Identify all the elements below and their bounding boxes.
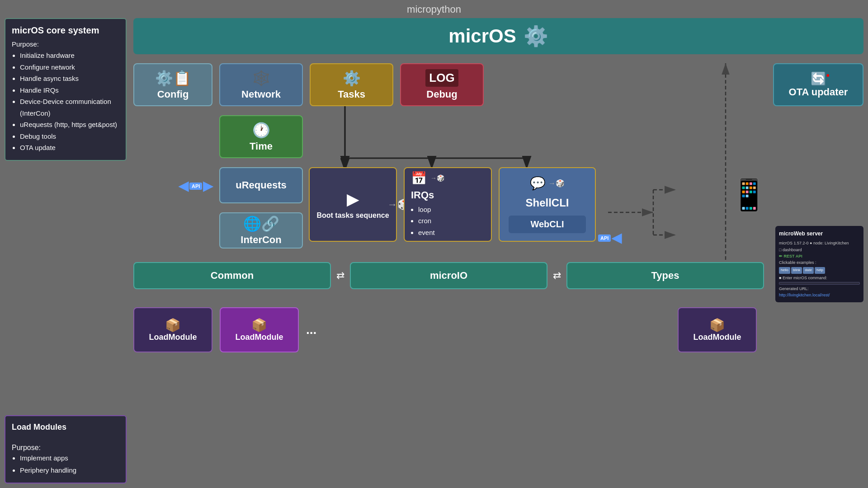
irqs-title: IRQs bbox=[411, 189, 434, 201]
core-system-panel: micrOS core system Purpose: Initialize h… bbox=[5, 18, 127, 161]
boot-tasks-module[interactable]: ▶ Boot tasks sequence →🎲 bbox=[309, 167, 397, 242]
microweb-command: ■ Enter micrOS command: bbox=[779, 275, 860, 281]
shellcli-label: ShellCLI bbox=[525, 197, 569, 209]
micropython-label: micropython bbox=[407, 4, 461, 15]
shellcli-row: 💬 →🎲 bbox=[504, 176, 590, 191]
phone-icon: 📱 bbox=[729, 176, 769, 213]
common-label: Common bbox=[211, 270, 254, 282]
tasks-label: Tasks bbox=[338, 89, 365, 100]
debug-module[interactable]: LOG Debug bbox=[400, 63, 484, 106]
common-module[interactable]: Common bbox=[133, 262, 331, 289]
debug-label: Debug bbox=[426, 89, 457, 100]
microweb-input[interactable] bbox=[779, 282, 860, 285]
types-label: Types bbox=[651, 270, 679, 282]
loadmodule-2[interactable]: 📦 LoadModule bbox=[220, 307, 299, 352]
microweb-genurl: Generated URL: bbox=[779, 286, 860, 292]
microweb-title: microWeb server bbox=[779, 230, 860, 238]
microweb-badges: hello blink date help bbox=[779, 267, 860, 274]
urequests-label: uRequests bbox=[236, 179, 286, 191]
intercon-icon: 🌐🔗 bbox=[243, 215, 279, 232]
api-arrow-webcli: API ◀ bbox=[598, 230, 622, 245]
shuffle-icon-1: ⇄ bbox=[336, 270, 344, 282]
cube-icon-2: 📦 bbox=[251, 318, 267, 333]
irqs-header-row: 📅 →🎲 bbox=[411, 171, 485, 186]
list-item: Periphery handling bbox=[20, 464, 119, 476]
webcli-box[interactable]: WebCLI bbox=[509, 216, 586, 233]
ellipsis-label: ... bbox=[306, 323, 316, 337]
chat-icon: 💬 bbox=[530, 176, 546, 191]
ota-module[interactable]: 🔄● OTA updater bbox=[773, 63, 863, 106]
intercon-label: InterCon bbox=[241, 234, 281, 246]
cube-icon-1: 📦 bbox=[165, 318, 181, 333]
list-item: Configure network bbox=[20, 61, 119, 73]
load-modules-title: Load Modules bbox=[12, 422, 119, 432]
microweb-restapi: ✏ REST API bbox=[779, 253, 860, 259]
loadmodule-label-1: LoadModule bbox=[149, 333, 197, 342]
irqs-item: cron bbox=[418, 215, 435, 227]
load-modules-list: Implement apps Periphery handling bbox=[12, 452, 119, 476]
shellcli-module[interactable]: 💬 →🎲 ShellCLI WebCLI bbox=[499, 167, 596, 242]
purpose-label: Purpose: bbox=[12, 40, 119, 48]
config-label: Config bbox=[157, 89, 189, 100]
tasks-module[interactable]: ⚙️ Tasks bbox=[310, 63, 393, 106]
irqs-item: event bbox=[418, 227, 435, 239]
time-label: Time bbox=[250, 141, 273, 152]
list-item: uRequests (http, https get&post) bbox=[20, 119, 119, 131]
loadmodule-1[interactable]: 📦 LoadModule bbox=[133, 307, 212, 352]
micros-title: micrOS bbox=[448, 25, 516, 47]
irqs-arrow: →🎲 bbox=[430, 174, 444, 182]
core-system-list: Initialize hardware Configure network Ha… bbox=[12, 50, 119, 154]
irqs-list: loop cron event bbox=[411, 204, 435, 239]
play-icon: ▶ bbox=[347, 190, 359, 209]
microweb-url: http://livingkitchen.local/rest/ bbox=[779, 292, 860, 298]
irqs-module[interactable]: 📅 →🎲 IRQs loop cron event bbox=[404, 167, 492, 242]
microweb-subtitle: micrOS 1.57.2-0 ● node: LivingKitchen bbox=[779, 240, 860, 246]
log-badge: LOG bbox=[425, 69, 458, 87]
config-icon: ⚙️📋 bbox=[155, 70, 191, 87]
list-item: OTA update bbox=[20, 142, 119, 154]
microio-module[interactable]: microIO bbox=[350, 262, 547, 289]
irqs-item: loop bbox=[418, 204, 435, 216]
api-badge-webcli: API bbox=[598, 235, 611, 242]
gear-icon: ⚙️ bbox=[524, 24, 548, 48]
network-module[interactable]: 🕸️ Network bbox=[219, 63, 303, 106]
purpose-label2: Purpose: bbox=[12, 444, 119, 452]
arrow-left-icon: ◀ bbox=[179, 178, 189, 193]
ota-icon: 🔄● bbox=[811, 71, 826, 86]
list-item: Handle IRQs bbox=[20, 84, 119, 96]
intercon-module[interactable]: 🌐🔗 InterCon bbox=[219, 212, 303, 249]
loadmodule-label-3: LoadModule bbox=[693, 333, 741, 342]
webcli-label: WebCLI bbox=[530, 219, 564, 229]
time-module[interactable]: 🕐 Time bbox=[219, 115, 303, 158]
network-icon: 🕸️ bbox=[252, 70, 270, 87]
network-label: Network bbox=[241, 89, 281, 100]
micros-header: micrOS ⚙️ bbox=[133, 18, 863, 54]
list-item: Handle async tasks bbox=[20, 73, 119, 84]
tasks-icon: ⚙️ bbox=[343, 70, 361, 87]
config-module[interactable]: ⚙️📋 Config bbox=[133, 63, 212, 106]
loadmod-row: 📦 LoadModule 📦 LoadModule ... 📦 LoadModu… bbox=[133, 307, 863, 352]
list-item-debug: Debug tools bbox=[20, 131, 119, 142]
list-item: Device-Device communication (InterCon) bbox=[20, 96, 119, 119]
shellcli-arrow: →🎲 bbox=[548, 179, 565, 188]
microweb-examples: Clickable examples : bbox=[779, 259, 860, 266]
ota-label: OTA updater bbox=[789, 86, 848, 98]
main-canvas: micrOS ⚙️ ⚙️📋 Config 🕸️ Network ⚙️ Tasks… bbox=[133, 18, 863, 483]
boot-tasks-label: Boot tasks sequence bbox=[316, 211, 389, 220]
calendar-icon: 📅 bbox=[411, 171, 427, 186]
microweb-dashboard: □ dashboard bbox=[779, 247, 860, 253]
loadmodule-label-2: LoadModule bbox=[236, 333, 283, 342]
loadmodule-3[interactable]: 📦 LoadModule bbox=[678, 307, 757, 352]
microio-label: microIO bbox=[430, 270, 467, 282]
time-icon: 🕐 bbox=[252, 122, 270, 139]
microweb-panel: microWeb server micrOS 1.57.2-0 ● node: … bbox=[775, 226, 863, 302]
common-row: Common ⇄ microIO ⇄ Types bbox=[133, 262, 764, 289]
load-modules-panel: Load Modules Purpose: Implement apps Per… bbox=[5, 415, 127, 483]
shuffle-icon-2: ⇄ bbox=[553, 270, 561, 282]
api-arrow-urequests: ◀ API ▶ bbox=[179, 178, 213, 193]
list-item: Implement apps bbox=[20, 452, 119, 464]
api-badge-urequests: API bbox=[189, 183, 202, 190]
types-module[interactable]: Types bbox=[566, 262, 764, 289]
urequests-module[interactable]: uRequests bbox=[219, 167, 303, 203]
arrow-right-icon: ▶ bbox=[203, 178, 213, 193]
